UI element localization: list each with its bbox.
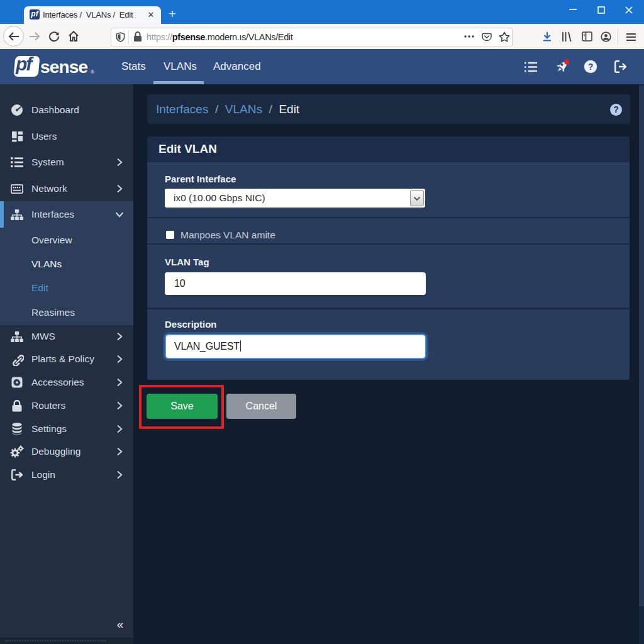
svg-text:?: ?: [588, 62, 594, 72]
